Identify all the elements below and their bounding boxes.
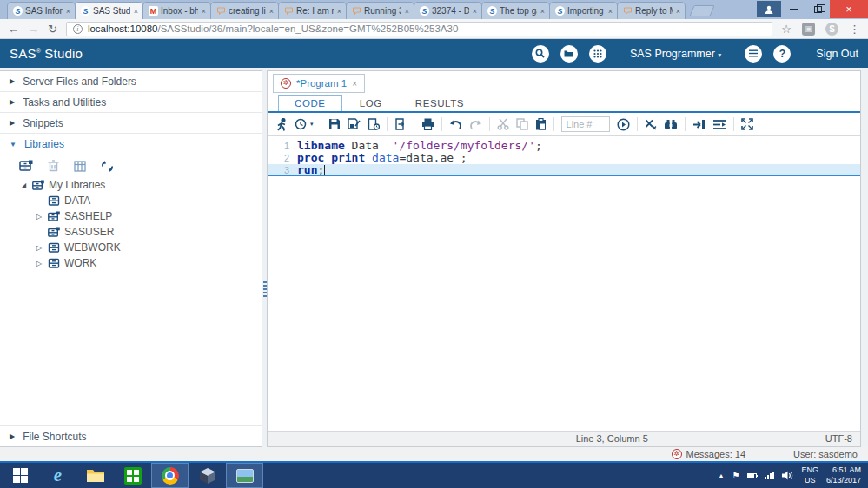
browser-menu-icon[interactable]: ⋮ (849, 23, 860, 36)
find-replace-icon[interactable] (664, 119, 678, 130)
delete-library-icon[interactable] (48, 160, 59, 172)
submit-selection-icon[interactable] (692, 119, 706, 130)
back-icon[interactable]: ← (8, 23, 19, 35)
browser-tab[interactable]: S SAS Inform × (7, 2, 76, 19)
tab-close-icon[interactable]: × (336, 7, 342, 16)
tab-results[interactable]: RESULTS (400, 96, 480, 111)
forward-icon[interactable]: → (28, 23, 39, 35)
pane-splitter[interactable] (262, 70, 267, 447)
line-number-input[interactable] (561, 116, 610, 132)
code-line-3-current[interactable]: 3 run; (268, 164, 860, 176)
save-as-icon[interactable] (348, 118, 361, 130)
taskbar-clock[interactable]: 6:51 AM 6/13/2017 (826, 465, 861, 485)
browser-tab[interactable]: creating lib × (210, 2, 279, 19)
chevron-down-icon[interactable]: ▾ (310, 121, 314, 128)
close-button[interactable]: × (830, 0, 868, 18)
browser-tab[interactable]: Running 3 × (346, 2, 414, 19)
refresh-icon[interactable]: ↻ (48, 23, 57, 35)
network-signal-icon[interactable] (765, 472, 774, 479)
format-code-icon[interactable] (712, 119, 726, 130)
apps-grid-icon[interactable] (589, 45, 606, 63)
language-indicator[interactable]: ENG US (801, 465, 818, 485)
tab-close-icon[interactable]: × (268, 7, 275, 16)
tab-close-icon[interactable]: × (540, 7, 546, 16)
preferences-menu-icon[interactable] (745, 45, 762, 63)
start-button[interactable] (2, 463, 39, 488)
search-icon[interactable] (532, 45, 549, 63)
browser-tab[interactable]: S The top ga × (481, 2, 550, 19)
print-preview-icon[interactable] (394, 118, 407, 130)
taskbar-file-explorer-button[interactable] (76, 463, 114, 488)
tab-close-icon[interactable]: × (404, 7, 410, 16)
help-icon[interactable]: ? (773, 45, 791, 63)
copy-icon[interactable] (516, 118, 528, 130)
code-line-2[interactable]: 2 proc print data=data.ae ; (268, 152, 860, 164)
run-icon[interactable] (275, 118, 288, 131)
expanded-tree-caret-icon[interactable]: ◢ (19, 181, 28, 189)
new-library-icon[interactable] (19, 160, 33, 172)
new-tab-button[interactable] (689, 5, 714, 16)
sidebar-item-tasks-utilities[interactable]: ▶ Tasks and Utilities (0, 92, 262, 113)
splitter-grip[interactable] (263, 281, 267, 297)
program-summary-icon[interactable] (368, 118, 380, 130)
go-to-line-icon[interactable] (617, 118, 630, 131)
program-tab-close-icon[interactable]: × (352, 79, 357, 89)
taskbar-chrome-button[interactable] (151, 463, 189, 488)
tab-close-icon[interactable]: × (607, 7, 613, 16)
account-menu[interactable]: SAS Programmer ▾ (630, 48, 721, 60)
clear-code-icon[interactable] (645, 119, 657, 130)
browser-tab[interactable]: M Inbox - bh × (142, 2, 211, 19)
taskbar-photos-button[interactable] (226, 463, 263, 488)
program-tab[interactable]: ✲ *Program 1 × (273, 74, 365, 93)
taskbar-internet-explorer-button[interactable]: e (39, 463, 76, 488)
tab-code[interactable]: CODE (278, 95, 342, 111)
tab-log[interactable]: LOG (344, 96, 398, 111)
collapsed-tree-caret-icon[interactable]: ▷ (35, 244, 43, 252)
print-icon[interactable] (421, 118, 434, 130)
action-center-flag-icon[interactable]: ⚑ (732, 472, 739, 480)
browser-tab[interactable]: S 32374 - Do × (414, 2, 482, 19)
library-table-icon[interactable] (74, 161, 86, 172)
profile-button[interactable] (757, 1, 781, 17)
tree-node-my-libraries[interactable]: ◢ My Libraries (0, 177, 262, 193)
maximize-view-icon[interactable] (741, 118, 753, 130)
taskbar-windows-store-button[interactable] (114, 463, 151, 488)
url-input[interactable]: i localhost:10080/SASStudio/36/main?loca… (66, 22, 772, 36)
browser-tab[interactable]: Reply to M × (617, 2, 686, 19)
sidebar-item-snippets[interactable]: ▶ Snippets (0, 113, 262, 134)
sign-out-button[interactable]: Sign Out (816, 48, 858, 60)
tab-close-icon[interactable]: × (472, 7, 478, 16)
paste-icon[interactable] (535, 118, 547, 130)
undo-icon[interactable] (449, 119, 462, 130)
minimize-button[interactable] (781, 1, 805, 17)
skype-extension-icon[interactable]: S (825, 23, 838, 36)
browser-tab[interactable]: Re: I am no × (278, 2, 347, 19)
tree-node-sasuser[interactable]: SASUSER (0, 224, 262, 240)
tree-node-work[interactable]: ▷ WORK (0, 255, 262, 271)
extension-icon[interactable]: ▣ (802, 23, 815, 36)
messages-indicator[interactable]: ✲ Messages: 14 (672, 449, 745, 459)
tab-close-icon[interactable]: × (65, 7, 71, 16)
restore-button[interactable] (805, 1, 830, 17)
tab-close-icon[interactable]: × (675, 7, 681, 16)
code-editor[interactable]: 1 libname Data '/folders/myfolders/'; 2 … (268, 136, 860, 431)
code-line-1[interactable]: 1 libname Data '/folders/myfolders/'; (268, 140, 860, 152)
volume-icon[interactable] (782, 471, 793, 480)
tab-close-icon[interactable]: × (133, 7, 139, 16)
collapsed-tree-caret-icon[interactable]: ▷ (35, 213, 43, 221)
bookmark-star-icon[interactable]: ☆ (781, 23, 792, 36)
tree-node-data[interactable]: DATA (0, 193, 262, 208)
tree-node-sashelp[interactable]: ▷ SASHELP (0, 208, 262, 224)
redo-icon[interactable] (469, 119, 482, 130)
battery-icon[interactable] (747, 473, 757, 478)
save-icon[interactable] (328, 118, 341, 130)
taskbar-virtualbox-button[interactable] (189, 463, 226, 488)
submission-history-icon[interactable] (295, 118, 307, 130)
cut-icon[interactable] (497, 118, 509, 130)
show-hidden-icons[interactable]: ▲ (719, 472, 725, 478)
tree-node-webwork[interactable]: ▷ WEBWORK (0, 240, 262, 255)
browser-tab[interactable]: S Importing × (549, 2, 618, 19)
sidebar-item-file-shortcuts[interactable]: ▶ File Shortcuts (0, 425, 262, 446)
browser-tab-active[interactable]: S SAS Studio × (75, 2, 143, 19)
sidebar-item-libraries[interactable]: ▼ Libraries (0, 134, 262, 155)
